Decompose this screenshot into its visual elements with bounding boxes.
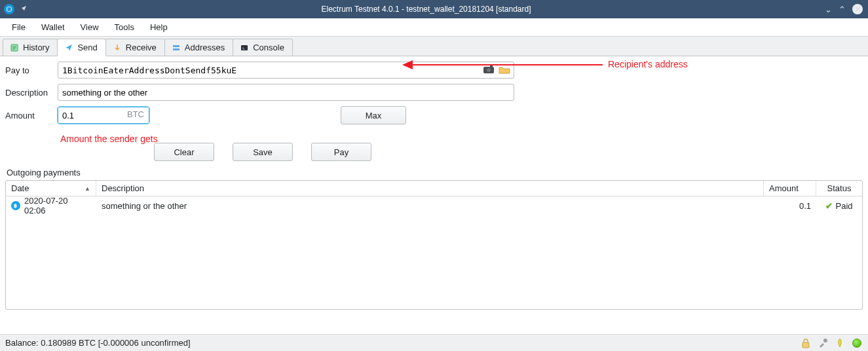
svg-point-6	[487, 68, 491, 72]
cell-description: something or the other	[96, 201, 764, 211]
menu-help[interactable]: Help	[142, 20, 176, 35]
cell-date: 2020-07-20 02:06	[24, 196, 91, 215]
clear-button[interactable]: Clear	[154, 143, 214, 161]
pin-icon[interactable]	[20, 5, 28, 14]
lock-icon[interactable]	[800, 337, 812, 349]
tab-addresses-label: Addresses	[185, 43, 225, 52]
outgoing-table: Date ▲ Description Amount Status ฿ 2020-…	[5, 180, 863, 310]
svg-point-10	[823, 339, 827, 342]
col-date-label: Date	[11, 183, 29, 193]
menu-wallet[interactable]: Wallet	[33, 20, 73, 35]
app-icon	[4, 4, 14, 14]
svg-point-0	[7, 7, 12, 12]
payto-label: Pay to	[5, 65, 58, 75]
send-icon	[64, 43, 73, 52]
menu-tools[interactable]: Tools	[107, 20, 142, 35]
svg-rect-3	[173, 48, 179, 50]
maximize-button[interactable]: ⌃	[839, 5, 846, 14]
tab-history[interactable]: History	[3, 39, 58, 56]
window-titlebar: Electrum Testnet 4.0.1 - testnet_wallet_…	[0, 0, 868, 18]
history-icon	[10, 43, 19, 52]
annotation-amount: Amount the sender gets	[60, 134, 158, 144]
tab-send-label: Send	[77, 43, 97, 52]
col-amount[interactable]: Amount	[764, 181, 816, 196]
sort-asc-icon: ▲	[85, 185, 90, 192]
tab-history-label: History	[23, 43, 49, 52]
annotation-arrow-line	[413, 64, 603, 65]
col-date[interactable]: Date ▲	[6, 181, 96, 196]
svg-rect-7	[490, 65, 493, 67]
tab-console[interactable]: Console	[233, 39, 293, 56]
tools-icon[interactable]	[817, 337, 829, 349]
table-row[interactable]: ฿ 2020-07-20 02:06 something or the othe…	[6, 196, 862, 215]
max-button[interactable]: Max	[341, 106, 406, 124]
menu-view[interactable]: View	[73, 20, 107, 35]
svg-rect-4	[241, 45, 248, 50]
seed-icon[interactable]	[834, 337, 846, 349]
annotation-arrow-head	[402, 60, 413, 69]
description-input[interactable]	[58, 84, 514, 101]
receive-icon	[113, 43, 122, 52]
window-title: Electrum Testnet 4.0.1 - testnet_wallet_…	[28, 5, 825, 14]
tab-send[interactable]: Send	[57, 39, 105, 56]
table-header: Date ▲ Description Amount Status	[6, 181, 862, 196]
svg-rect-9	[802, 342, 809, 348]
cell-amount: 0.1	[764, 201, 816, 211]
save-button[interactable]: Save	[233, 143, 293, 161]
minimize-button[interactable]: ⌄	[825, 5, 832, 14]
tab-console-label: Console	[253, 43, 284, 52]
amount-label: Amount	[5, 111, 58, 120]
bitcoin-icon: ฿	[11, 201, 20, 210]
outgoing-heading: Outgoing payments	[7, 168, 861, 177]
tab-addresses[interactable]: Addresses	[164, 39, 233, 56]
annotation-recipient: Recipient's address	[608, 59, 688, 69]
network-status-icon[interactable]	[851, 337, 863, 349]
tab-receive[interactable]: Receive	[105, 39, 165, 56]
amount-input[interactable]	[58, 107, 149, 124]
addresses-icon	[172, 43, 181, 52]
console-icon	[240, 43, 249, 52]
col-status[interactable]: Status	[816, 181, 862, 196]
cell-status: Paid	[835, 201, 852, 211]
tabbar: History Send Receive Addresses Console	[0, 37, 868, 56]
menubar: File Wallet View Tools Help	[0, 18, 868, 37]
pay-button[interactable]: Pay	[311, 143, 371, 161]
description-label: Description	[5, 88, 58, 98]
tab-receive-label: Receive	[126, 43, 157, 52]
balance-text: Balance: 0.180989 BTC [-0.000006 unconfi…	[5, 338, 191, 348]
svg-text:฿: ฿	[14, 203, 17, 208]
menu-file[interactable]: File	[4, 20, 33, 35]
close-button[interactable]: ✕	[852, 4, 863, 14]
statusbar: Balance: 0.180989 BTC [-0.000006 unconfi…	[0, 334, 868, 351]
col-description[interactable]: Description	[96, 181, 764, 196]
check-icon: ✔	[825, 201, 833, 211]
svg-rect-2	[173, 45, 179, 47]
